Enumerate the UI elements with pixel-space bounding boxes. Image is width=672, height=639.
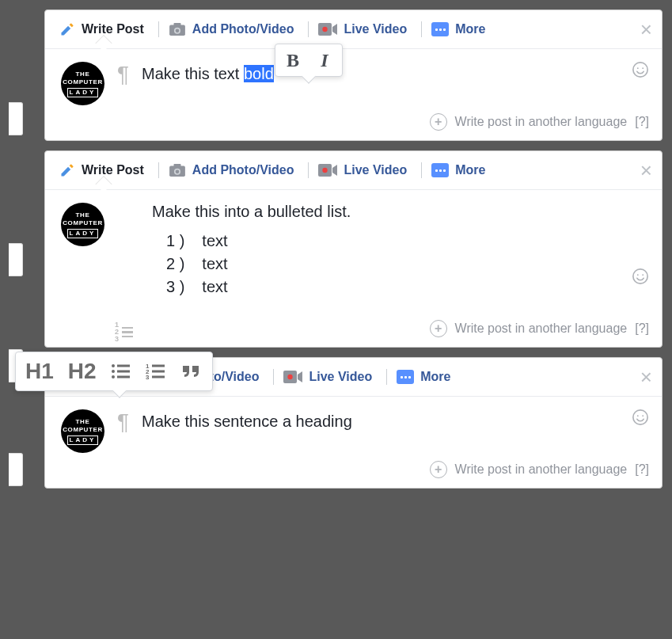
tab-label: Add Photo/Video [192, 163, 294, 177]
list-text: text [202, 232, 227, 250]
divider [308, 162, 309, 178]
svg-point-20 [112, 364, 115, 367]
close-button[interactable]: × [640, 367, 652, 387]
close-button[interactable]: × [640, 19, 652, 40]
avatar-text: COMPUTER [63, 426, 103, 434]
tab-more[interactable]: More [392, 367, 460, 395]
avatar: THE COMPUTER LADY [61, 203, 104, 246]
help-link[interactable]: [?] [635, 462, 649, 477]
help-link[interactable]: [?] [635, 115, 649, 129]
blockquote-button[interactable] [180, 363, 203, 380]
avatar: THE COMPUTER LADY [61, 62, 104, 105]
tab-more[interactable]: More [427, 160, 495, 188]
svg-point-17 [642, 274, 644, 276]
avatar-text: THE [76, 70, 90, 78]
another-language-link[interactable]: Write post in another language [455, 321, 628, 336]
post-composer: Write Post Add Photo/Video Live Video Mo… [44, 357, 663, 489]
divider [421, 162, 422, 178]
post-text-input[interactable]: Make this sentence a heading [142, 409, 352, 431]
h2-button[interactable]: H2 [68, 359, 97, 384]
side-stub [9, 243, 23, 276]
post-text-input[interactable]: Make this into a bulleted list. 1 )text … [152, 203, 351, 301]
add-language-button[interactable]: + [430, 113, 447, 131]
tab-label: Live Video [344, 163, 407, 177]
paragraph-style-button[interactable]: ¶ [117, 409, 129, 435]
svg-text:3: 3 [146, 374, 150, 380]
selected-text: bold [244, 65, 274, 82]
divider [158, 21, 159, 37]
svg-point-33 [637, 415, 639, 416]
post-text-input[interactable]: Make this text bold [142, 62, 274, 83]
tab-write-post[interactable]: Write Post [55, 18, 154, 48]
composer-footer: + Write post in another language [?] [45, 317, 662, 347]
post-composer: Write Post Add Photo/Video Live Video Mo… [44, 150, 663, 348]
list-item: 1 )text [166, 232, 351, 250]
svg-rect-21 [117, 365, 130, 367]
emoji-button[interactable] [632, 268, 649, 290]
list-number: 1 ) [166, 232, 184, 250]
add-language-button[interactable]: + [430, 461, 447, 478]
svg-point-6 [633, 63, 647, 77]
italic-button[interactable]: I [310, 47, 339, 74]
svg-rect-27 [152, 365, 165, 367]
emoji-button[interactable] [632, 61, 649, 83]
another-language-link[interactable]: Write post in another language [455, 115, 628, 129]
composer-body: B I THE COMPUTER LADY ¶ Make this text b… [45, 49, 662, 110]
avatar-text: LADY [67, 229, 99, 238]
add-language-button[interactable]: + [430, 320, 447, 337]
avatar-text: THE [76, 211, 90, 219]
avatar-text: COMPUTER [63, 219, 103, 227]
tab-bar: Write Post Add Photo/Video Live Video Mo… [45, 151, 662, 190]
paragraph-style-button[interactable]: ¶ [117, 62, 129, 87]
tab-label: More [420, 370, 450, 384]
tab-add-photo[interactable]: Add Photo/Video [164, 160, 304, 188]
post-composer: Write Post Add Photo/Video Live Video Mo… [44, 10, 663, 141]
tab-label: Live Video [309, 370, 372, 384]
list-item: 3 )text [166, 278, 351, 296]
svg-point-5 [323, 27, 328, 32]
svg-rect-10 [173, 164, 180, 168]
svg-point-15 [633, 269, 647, 283]
tab-write-post[interactable]: Write Post [55, 159, 154, 189]
pencil-icon [59, 21, 75, 37]
svg-point-34 [642, 415, 644, 416]
tab-live-video[interactable]: Live Video [279, 367, 382, 395]
pencil-icon [59, 162, 75, 178]
close-button[interactable]: × [640, 160, 652, 181]
tab-label: Live Video [344, 22, 407, 36]
tab-label: Write Post [82, 22, 144, 36]
composer-footer: + Write post in another language [?] [45, 110, 662, 140]
another-language-link[interactable]: Write post in another language [455, 462, 628, 477]
tab-label: Write Post [82, 163, 144, 177]
list-number: 3 ) [166, 278, 184, 296]
svg-rect-23 [117, 371, 130, 373]
svg-point-14 [323, 168, 328, 173]
side-stub [9, 453, 23, 486]
avatar-text: LADY [67, 88, 99, 97]
tab-bar: Write Post Add Photo/Video Live Video Mo… [45, 10, 662, 49]
tab-live-video[interactable]: Live Video [313, 160, 416, 188]
composer-footer: + Write post in another language [?] [45, 458, 662, 488]
tab-more[interactable]: More [427, 19, 495, 48]
more-icon [431, 163, 449, 177]
camera-icon [169, 163, 186, 177]
video-icon [318, 23, 337, 36]
svg-point-24 [112, 375, 115, 378]
divider [308, 21, 309, 37]
numbered-list-button[interactable]: 123 [115, 321, 133, 343]
divider [158, 162, 159, 178]
svg-point-22 [112, 370, 115, 373]
svg-rect-31 [152, 376, 165, 378]
bold-button[interactable]: B [279, 47, 307, 74]
emoji-button[interactable] [632, 409, 649, 431]
more-icon [431, 22, 449, 36]
numbered-list-button[interactable]: 123 [146, 363, 166, 380]
video-icon [283, 371, 302, 383]
svg-point-12 [175, 169, 179, 173]
svg-rect-29 [152, 371, 165, 373]
h1-button[interactable]: H1 [25, 359, 54, 384]
svg-point-7 [637, 67, 639, 69]
help-link[interactable]: [?] [635, 321, 649, 336]
avatar-text: LADY [67, 436, 99, 445]
bullet-list-button[interactable] [111, 363, 131, 380]
